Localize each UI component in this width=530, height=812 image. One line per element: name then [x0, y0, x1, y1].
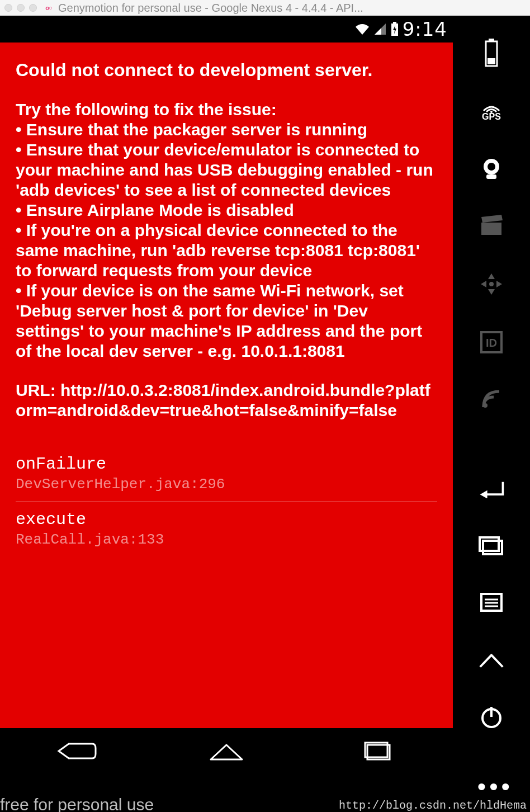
tool-power-icon[interactable] [477, 704, 506, 730]
tool-menu-icon[interactable] [477, 589, 506, 615]
stack-file: RealCall.java:133 [16, 531, 437, 550]
stack-file: DevServerHelper.java:296 [16, 475, 437, 494]
overflow-menu-icon[interactable]: ••• [477, 773, 513, 801]
gps-label: GPS [482, 112, 501, 122]
clapper-tool-icon[interactable] [477, 213, 506, 239]
genymotion-tool-strip: GPS ID [453, 16, 530, 776]
traffic-lights [4, 4, 37, 12]
tool-home-icon[interactable] [477, 647, 506, 673]
error-fix-heading: Try the following to fix the issue: [16, 100, 437, 120]
gps-tool-icon[interactable]: GPS [477, 98, 506, 124]
zoom-window-button[interactable] [29, 4, 37, 12]
nav-recents-button[interactable] [355, 739, 400, 765]
error-bullet: • Ensure that the packager server is run… [16, 120, 437, 140]
stack-function: execute [16, 509, 437, 530]
android-status-bar: 9:14 [0, 16, 453, 43]
footer-watermark: free for personal use [0, 795, 154, 812]
error-url: URL: http://10.0.3.2:8081/index.android.… [16, 380, 437, 421]
window-titlebar: o○ Genymotion for personal use - Google … [0, 0, 530, 16]
svg-rect-1 [393, 22, 396, 23]
error-url-value: http://10.0.3.2:8081/index.android.bundl… [16, 381, 430, 419]
svg-rect-11 [481, 223, 501, 235]
android-nav-bar [0, 728, 453, 776]
stack-frame[interactable]: onFailureDevServerHelper.java:296 [16, 446, 437, 501]
genymotion-logo-icon: o○ [42, 4, 55, 12]
error-stack: onFailureDevServerHelper.java:296execute… [16, 446, 437, 556]
device-screen: 9:14 Could not connect to development se… [0, 16, 453, 776]
error-bullet: • Ensure Airplane Mode is disabled [16, 200, 437, 220]
footer-source-url: http://blog.csdn.net/hldHema [339, 799, 527, 812]
svg-rect-6 [488, 58, 495, 64]
error-bullet: • Ensure that your device/emulator is co… [16, 140, 437, 200]
nav-home-button[interactable] [204, 739, 249, 765]
network-tool-icon[interactable] [477, 386, 506, 412]
error-url-label: URL: [16, 381, 60, 399]
window-title: Genymotion for personal use - Google Nex… [58, 2, 526, 15]
battery-tool-icon[interactable] [477, 38, 506, 67]
redbox-error-screen: Could not connect to development server.… [0, 43, 453, 776]
minimize-window-button[interactable] [17, 4, 25, 12]
error-bullet-list: • Ensure that the packager server is run… [16, 120, 437, 361]
svg-point-15 [483, 403, 488, 408]
error-title: Could not connect to development server. [16, 59, 437, 81]
battery-charging-icon [390, 22, 399, 36]
svg-text:ID: ID [486, 337, 497, 349]
camera-tool-icon[interactable] [477, 155, 506, 181]
nav-back-button[interactable] [53, 739, 98, 765]
emulator-frame: 9:14 Could not connect to development se… [0, 16, 530, 812]
close-window-button[interactable] [4, 4, 12, 12]
tool-back-icon[interactable] [477, 475, 506, 501]
wifi-icon [354, 22, 370, 36]
svg-rect-5 [489, 39, 494, 41]
svg-rect-10 [486, 174, 496, 179]
status-time: 9:14 [403, 18, 447, 40]
error-bullet: • If your device is on the same Wi-Fi ne… [16, 281, 437, 361]
stack-function: onFailure [16, 454, 437, 474]
error-bullet: • If you're on a physical device connect… [16, 220, 437, 281]
svg-point-9 [488, 163, 495, 171]
tool-recents-icon[interactable] [477, 532, 506, 558]
stack-frame[interactable]: executeRealCall.java:133 [16, 502, 437, 556]
id-tool-icon[interactable]: ID [477, 329, 506, 355]
svg-point-12 [489, 282, 494, 286]
dpad-tool-icon[interactable] [477, 270, 506, 298]
signal-icon [373, 22, 387, 36]
